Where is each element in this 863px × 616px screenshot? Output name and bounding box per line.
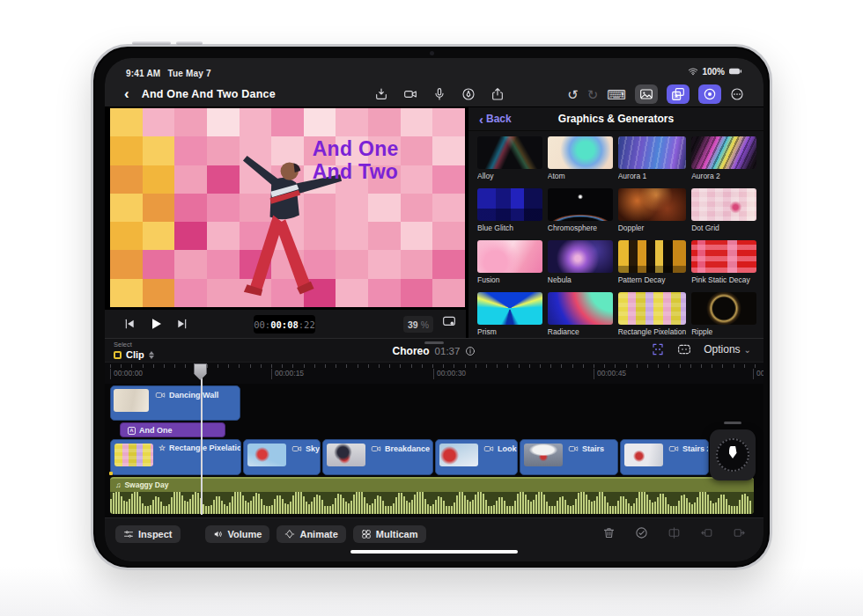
generator-thumbnail[interactable] <box>548 240 613 273</box>
jog-drag-handle[interactable] <box>724 422 741 424</box>
inspect-button[interactable]: Inspect <box>115 525 181 543</box>
connected-clip-dancing-wall[interactable]: Dancing Wall <box>110 385 240 421</box>
mosaic-cell <box>432 108 465 136</box>
audio-clip-swaggy-day[interactable]: ♫ Swaggy Day <box>110 477 754 514</box>
overlay-keypad-icon[interactable] <box>677 342 691 356</box>
generator-item[interactable]: Alloy <box>477 136 542 180</box>
storyline-clip[interactable]: Stairs <box>520 439 618 475</box>
generator-thumbnail[interactable] <box>477 292 542 325</box>
volume-down-button[interactable] <box>176 41 203 45</box>
more-menu-icon[interactable] <box>730 87 744 101</box>
generator-item[interactable]: Dot Grid <box>691 188 756 232</box>
volume-button[interactable]: Volume <box>205 525 270 543</box>
waveform-bar <box>683 495 685 514</box>
generator-item[interactable]: Radiance <box>548 292 613 336</box>
waveform-bar <box>583 492 585 514</box>
generator-item[interactable]: Prism <box>477 292 542 336</box>
video-viewer[interactable]: And One And Two <box>105 107 466 309</box>
waveform-bar <box>459 492 461 514</box>
undo-icon[interactable]: ↺ <box>567 88 579 101</box>
waveform-bar <box>628 503 630 514</box>
generator-thumbnail[interactable] <box>618 292 687 325</box>
generator-thumbnail[interactable] <box>691 188 756 221</box>
voiceover-icon[interactable] <box>432 87 446 101</box>
storyline-clip[interactable]: Stairs 2 <box>620 439 709 475</box>
media-browser-button[interactable] <box>635 84 658 104</box>
record-video-icon[interactable] <box>403 87 417 101</box>
select-done-icon[interactable] <box>635 526 648 539</box>
generator-item[interactable]: Atom <box>548 136 613 180</box>
export-share-icon[interactable] <box>491 87 505 101</box>
mosaic-cell <box>143 108 175 136</box>
generator-item[interactable]: Aurora 2 <box>691 136 756 180</box>
waveform-bar <box>493 505 495 514</box>
skip-forward-icon[interactable] <box>175 317 189 331</box>
browser-back-button[interactable]: ‹ Back <box>479 113 512 126</box>
generator-thumbnail[interactable] <box>477 136 542 169</box>
home-indicator[interactable] <box>350 550 518 554</box>
external-display-icon[interactable] <box>442 314 456 328</box>
trim-end-icon[interactable] <box>733 526 746 539</box>
jog-dial[interactable] <box>716 438 749 472</box>
timeline-drag-handle[interactable] <box>424 341 444 344</box>
waveform-bar <box>538 492 540 514</box>
import-media-icon[interactable] <box>374 87 388 101</box>
multicam-icon <box>361 529 372 539</box>
storyline-clip[interactable]: ☆Rectangle Pixelation <box>110 439 241 475</box>
delete-icon[interactable] <box>602 526 616 539</box>
browser-header: ‹ Back Graphics & Generators <box>468 107 763 131</box>
waveform-bar <box>150 505 151 514</box>
bottom-toolbar: InspectVolumeAnimateMulticam <box>105 517 763 561</box>
generator-thumbnail[interactable] <box>618 188 687 221</box>
animate-button[interactable]: Animate <box>277 525 345 543</box>
generator-thumbnail[interactable] <box>548 188 613 221</box>
waveform-bar <box>147 506 149 514</box>
graphics-generators-button[interactable] <box>667 84 690 104</box>
play-button[interactable] <box>149 317 163 331</box>
jog-wheel[interactable] <box>710 429 756 480</box>
app-screen: 9:41 AM Tue May 7 100% ‹ And One And Two… <box>105 58 763 561</box>
viewer-zoom-control[interactable]: 39 % <box>403 316 433 333</box>
skip-back-icon[interactable] <box>122 317 136 331</box>
title-clip-and-one[interactable]: A And One <box>120 422 225 437</box>
generator-thumbnail[interactable] <box>548 136 613 169</box>
generator-item[interactable]: Pink Static Decay <box>691 240 756 284</box>
jog-wheel-toggle-button[interactable] <box>698 84 721 104</box>
volume-up-button[interactable] <box>132 41 171 45</box>
generator-thumbnail[interactable] <box>477 240 542 273</box>
storyline-clip[interactable]: Breakdance <box>322 439 433 475</box>
info-icon[interactable] <box>465 346 476 356</box>
generator-thumbnail[interactable] <box>477 188 542 221</box>
generator-thumbnail[interactable] <box>618 136 687 169</box>
storyline-clip[interactable]: Looking Up <box>435 439 518 475</box>
mosaic-cell <box>368 250 401 278</box>
redo-icon[interactable]: ↻ <box>587 88 599 101</box>
generator-item[interactable]: Ripple <box>691 292 756 336</box>
waveform-bar <box>514 501 516 514</box>
generator-item[interactable]: Chromosphere <box>548 188 613 232</box>
split-clip-icon[interactable] <box>668 526 681 539</box>
generator-thumbnail[interactable] <box>691 136 756 169</box>
generator-thumbnail[interactable] <box>691 240 756 273</box>
generator-thumbnail[interactable] <box>548 292 613 325</box>
generator-item[interactable]: Aurora 1 <box>618 136 687 180</box>
generator-item[interactable]: Doppler <box>618 188 687 232</box>
generator-thumbnail[interactable] <box>618 240 687 273</box>
waveform-bar <box>665 497 667 514</box>
storyline-clip[interactable]: Sky Close-… <box>243 439 321 475</box>
generator-item[interactable]: Nebula <box>548 240 613 284</box>
pencil-tool-icon[interactable] <box>461 87 476 101</box>
generator-item[interactable]: Rectangle Pixelation <box>618 292 687 336</box>
generator-item[interactable]: Fusion <box>477 240 542 284</box>
generator-item[interactable]: Blue Glitch <box>477 188 542 232</box>
generator-thumbnail[interactable] <box>691 292 756 325</box>
options-menu[interactable]: Options ⌄ <box>704 343 751 356</box>
multicam-button[interactable]: Multicam <box>353 525 426 543</box>
back-button[interactable]: ‹ <box>124 86 129 101</box>
waveform-bar <box>601 492 603 514</box>
generator-item[interactable]: Pattern Decay <box>618 240 687 284</box>
trim-start-icon[interactable] <box>700 526 713 539</box>
waveform-bar <box>316 495 318 514</box>
object-tracker-icon[interactable] <box>651 342 665 356</box>
keyboard-icon[interactable]: ⌨ <box>607 88 626 101</box>
